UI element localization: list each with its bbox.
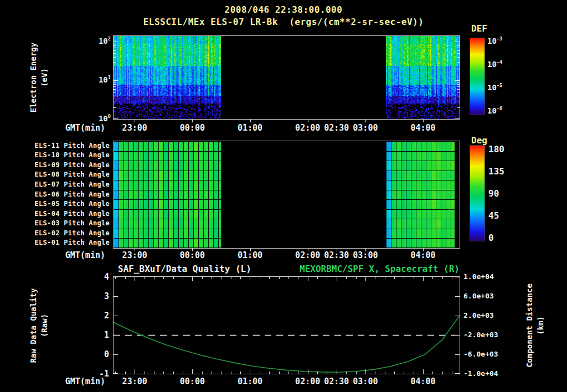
pitch-row-label: ELS-06 Pitch Angle	[16, 190, 110, 198]
time-tick-label: 00:00	[174, 376, 210, 386]
quality-tick-label: 3	[85, 291, 109, 301]
pitch-row-label: ELS-01 Pitch Angle	[16, 239, 110, 246]
time-tick-label: 23:00	[117, 123, 152, 133]
quality-tick-label: 0	[85, 349, 109, 359]
bottom-left-title: SAF_BXuT/Data Quality (L)	[118, 264, 251, 274]
x-tick-mark	[308, 249, 308, 251]
spectrogram-y-axis-label: Electron Energy (eV)	[28, 43, 50, 112]
quality-position-plot-canvas	[113, 276, 460, 374]
x-tick-mark	[423, 249, 424, 251]
x-tick-mark	[337, 249, 337, 251]
x-tick-mark	[308, 120, 308, 122]
deg-tick-label: 0	[488, 233, 494, 243]
pitch-row-label: ELS-07 Pitch Angle	[16, 180, 110, 188]
def-colorbar	[470, 38, 485, 115]
pitch-row-label: ELS-08 Pitch Angle	[16, 171, 110, 178]
distance-y-axis-label-text: Component Distance	[524, 283, 535, 368]
energy-tick-label: 102	[83, 36, 111, 45]
deg-tick-label: 90	[488, 188, 499, 199]
def-tick-label: 10-6	[487, 106, 502, 115]
time-tick-label: 23:00	[117, 250, 152, 260]
def-tick-label: 10-4	[487, 59, 502, 69]
deg-tick-label: 180	[488, 144, 504, 154]
quality-tick-label: 4	[85, 272, 109, 282]
bottom-right-title: MEXORBMC/SPF X, Spacecraft (R)	[233, 264, 460, 274]
time-tick-label: 01:00	[233, 250, 268, 260]
distance-y-axis-unit: (km)	[535, 283, 546, 368]
def-colorbar-title: DEF	[471, 23, 487, 34]
def-tick-label: 10-5	[487, 82, 502, 92]
quality-tick-label: -1	[85, 369, 109, 379]
distance-tick-label: -1.0e+04	[463, 369, 498, 378]
quality-y-axis-label-text: Raw Data Quality	[28, 288, 39, 363]
time-tick-label: 00:00	[174, 123, 210, 133]
page-title: 2008/046 22:38:00.000	[0, 4, 567, 15]
pitch-row-label: ELS-04 Pitch Angle	[16, 210, 110, 218]
electron-energy-spectrogram-canvas	[113, 35, 460, 120]
spectrogram-y-axis-label-text: Electron Energy	[28, 43, 39, 112]
pitch-row-label: ELS-05 Pitch Angle	[16, 200, 110, 208]
time-tick-label: 04:00	[405, 250, 441, 260]
time-tick-label: 04:00	[405, 376, 441, 386]
x-tick-mark	[192, 120, 193, 122]
distance-tick-label: 1.0e+04	[463, 272, 494, 281]
deg-colorbar	[470, 145, 485, 241]
pitch-row-label: ELS-02 Pitch Angle	[16, 229, 110, 237]
time-tick-label: 01:00	[233, 376, 268, 386]
x-tick-mark	[423, 120, 424, 122]
distance-tick-label: 2.0e+03	[463, 311, 494, 319]
gmt-axis-label-1: GMT(min)	[56, 123, 105, 133]
x-tick-mark	[250, 249, 251, 251]
distance-y-axis-label: Component Distance (km)	[524, 283, 546, 368]
time-tick-label: 23:00	[117, 376, 152, 386]
x-tick-mark	[365, 120, 366, 122]
quality-y-axis-label: Raw Data Quality (Raw)	[28, 288, 50, 363]
time-tick-label: 03:00	[348, 123, 383, 133]
x-tick-mark	[365, 249, 366, 251]
time-tick-label: 04:00	[405, 123, 441, 133]
def-tick-label: 10-3	[487, 36, 502, 45]
pitch-row-label: ELS-03 Pitch Angle	[16, 219, 110, 227]
distance-tick-label: -2.0e+03	[463, 331, 498, 339]
x-tick-mark	[192, 249, 193, 251]
energy-tick-label: 100	[83, 114, 111, 123]
x-tick-mark	[337, 120, 337, 122]
time-tick-label: 03:00	[348, 376, 383, 386]
pitch-angle-canvas	[113, 141, 460, 249]
deg-colorbar-title: Deg	[471, 135, 487, 146]
gmt-axis-label-2: GMT(min)	[56, 250, 105, 260]
x-tick-mark	[250, 120, 251, 122]
x-tick-mark	[135, 249, 135, 251]
deg-tick-label: 135	[488, 166, 504, 177]
pitch-row-label: ELS-10 Pitch Angle	[16, 151, 110, 159]
distance-tick-label: 6.0e+03	[463, 292, 494, 300]
time-tick-label: 01:00	[233, 123, 268, 133]
pitch-row-label: ELS-09 Pitch Angle	[16, 161, 110, 169]
deg-tick-label: 45	[488, 210, 499, 221]
time-tick-label: 03:00	[348, 250, 383, 260]
distance-tick-label: -6.0e+03	[463, 350, 498, 358]
time-tick-label: 00:00	[174, 250, 210, 260]
quality-tick-label: 1	[85, 330, 109, 340]
cdaweb-plot-screen: 2008/046 22:38:00.000 ELSSCIL/MEx ELS-07…	[0, 0, 567, 392]
pitch-row-label: ELS-11 Pitch Angle	[16, 142, 110, 149]
energy-tick-label: 101	[83, 75, 111, 84]
quality-y-axis-unit: (Raw)	[39, 288, 50, 363]
spectrogram-y-axis-unit: (eV)	[39, 43, 50, 112]
x-tick-mark	[135, 120, 135, 122]
quality-tick-label: 2	[85, 311, 109, 321]
